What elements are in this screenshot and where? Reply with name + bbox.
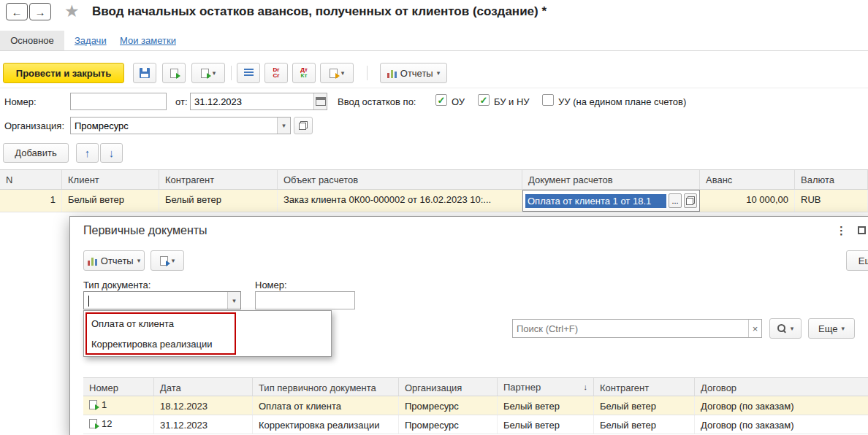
cell-contract[interactable]: Договор (по заказам) (695, 396, 868, 415)
cell-organization[interactable]: Промресурс (399, 396, 498, 415)
doc-type-input[interactable] (84, 292, 227, 309)
number-label: Номер: (4, 96, 37, 107)
number-input[interactable] (70, 93, 167, 110)
reports-label: Отчеты (400, 68, 433, 79)
post-document-button[interactable] (162, 63, 186, 83)
organization-dropdown-button[interactable]: ▾ (277, 118, 290, 134)
favorite-star-icon[interactable]: ★ (64, 1, 80, 21)
open-link-icon (299, 121, 308, 130)
cell-doc-type[interactable]: Корректировка реализации (253, 415, 399, 434)
column-header-n[interactable]: N (0, 170, 62, 189)
date-field (190, 93, 327, 110)
organization-label: Организация: (4, 120, 64, 131)
open-document-button[interactable] (684, 193, 697, 208)
document-list-button[interactable] (237, 63, 260, 83)
column-header-number[interactable]: Номер (83, 378, 154, 396)
close-icon: × (753, 323, 758, 334)
add-row-button[interactable]: Добавить (3, 143, 69, 163)
chevron-down-icon: ▾ (791, 325, 794, 332)
cell-partner[interactable]: Белый ветер (498, 415, 594, 434)
cell-doc-type[interactable]: Оплата от клиента (253, 396, 399, 415)
cell-date[interactable]: 18.12.2023 (154, 396, 253, 415)
column-header-currency[interactable]: Валюта (795, 170, 868, 189)
selected-text: Оплата от клиента 1 от 18.1 (525, 194, 666, 208)
cell-settlement-object[interactable]: Заказ клиента 0К00-000002 от 16.02.2023 … (278, 190, 522, 212)
column-header-partner[interactable]: Партнер↓ (498, 378, 594, 396)
dtkt-postings-button[interactable]: ДтКт (292, 63, 316, 83)
checkbox-bu-nu-label[interactable]: БУ и НУ (494, 96, 530, 107)
toolbar-separator (367, 66, 368, 80)
column-header-contract[interactable]: Договор (695, 378, 868, 396)
doc-type-dropdown-button[interactable]: ▾ (227, 292, 240, 309)
column-header-doc-type[interactable]: Тип первичного документа (253, 378, 399, 396)
cell-advance[interactable]: 10 000,00 (700, 190, 795, 212)
link-notes[interactable]: Мои заметки (120, 35, 176, 46)
chevron-down-icon: ▾ (437, 69, 441, 77)
dialog-more-icon[interactable]: ⋮ (836, 224, 847, 237)
dropdown-option-payment[interactable]: Оплата от клиента (91, 318, 174, 329)
dropdown-option-correction[interactable]: Корректировка реализации (91, 339, 212, 350)
cell-counterparty[interactable]: Белый ветер (594, 396, 695, 415)
cell-counterparty[interactable]: Белый ветер (159, 190, 278, 212)
forward-button[interactable]: → (29, 3, 51, 20)
cell-settlement-document[interactable]: Оплата от клиента 1 от 18.1 ... (522, 190, 700, 212)
checkbox-uu-label[interactable]: УУ (на едином плане счетов) (558, 96, 686, 107)
cell-partner[interactable]: Белый ветер (498, 396, 594, 415)
cell-currency[interactable]: RUB (795, 190, 868, 212)
cell-counterparty[interactable]: Белый ветер (594, 415, 695, 434)
doc-type-field: ▾ (83, 291, 241, 309)
date-input[interactable] (191, 93, 313, 109)
checkbox-ou[interactable]: ✓ (435, 94, 447, 106)
cell-organization[interactable]: Промресурс (399, 415, 498, 434)
search-button[interactable]: ▾ (769, 318, 802, 339)
cell-n[interactable]: 1 (0, 190, 62, 212)
doc-type-label: Тип документа: (83, 280, 151, 290)
back-button[interactable]: ← (6, 3, 28, 20)
registers-button[interactable]: ▾ (320, 63, 354, 83)
column-header-settlement-document[interactable]: Документ расчетов (522, 170, 700, 189)
dialog-export-button[interactable]: ▾ (151, 250, 184, 271)
open-link-icon (686, 196, 695, 205)
reports-button[interactable]: Отчеты▾ (380, 63, 447, 83)
dialog-maximize-icon[interactable] (858, 226, 866, 234)
post-and-close-button[interactable]: Провести и закрыть (3, 63, 124, 83)
dialog-table-row[interactable]: 12 31.12.2023 Корректировка реализации П… (83, 415, 868, 434)
drcr-postings-button[interactable]: DrCr (264, 63, 288, 83)
main-table-row[interactable]: 1 Белый ветер Белый ветер Заказ клиента … (0, 190, 868, 212)
checkbox-ou-label[interactable]: ОУ (452, 96, 465, 107)
organization-input[interactable] (71, 118, 277, 134)
search-input[interactable] (513, 320, 748, 337)
link-tasks[interactable]: Задачи (75, 35, 107, 46)
move-up-button[interactable]: ↑ (76, 143, 99, 163)
dialog-table-row[interactable]: 1 18.12.2023 Оплата от клиента Промресур… (83, 396, 868, 415)
cell-number[interactable]: 12 (83, 415, 154, 434)
dialog-number-input[interactable] (255, 291, 355, 309)
choose-button[interactable]: ... (669, 193, 682, 208)
cell-contract[interactable]: Договор (по заказам) (695, 415, 868, 434)
search-clear-button[interactable]: × (748, 320, 761, 337)
dialog-reports-button[interactable]: Отчеты▾ (83, 250, 145, 271)
organization-open-button[interactable] (294, 117, 313, 134)
column-header-counterparty[interactable]: Контрагент (159, 170, 278, 189)
save-button[interactable] (133, 63, 156, 83)
move-down-button[interactable]: ↓ (100, 143, 123, 163)
cell-date[interactable]: 31.12.2023 (154, 415, 253, 434)
arrow-down-icon: ↓ (109, 147, 115, 159)
chevron-down-icon: ▾ (232, 297, 236, 304)
checkbox-uu[interactable] (542, 94, 554, 106)
column-header-client[interactable]: Клиент (62, 170, 159, 189)
column-header-date[interactable]: Дата (154, 378, 253, 396)
column-header-organization[interactable]: Организация (399, 378, 498, 396)
checkbox-bu-nu[interactable]: ✓ (478, 94, 490, 106)
dialog-more-button[interactable]: Еще (846, 250, 868, 271)
column-header-counterparty[interactable]: Контрагент (594, 378, 695, 396)
tab-main[interactable]: Основное (0, 31, 64, 50)
calendar-button[interactable] (313, 93, 327, 109)
cell-client[interactable]: Белый ветер (62, 190, 159, 212)
cell-number[interactable]: 1 (83, 396, 154, 415)
partner-header-label: Партнер (503, 382, 541, 393)
list-more-button[interactable]: Еще▾ (808, 318, 855, 339)
column-header-advance[interactable]: Аванс (700, 170, 795, 189)
create-based-on-button[interactable]: ▾ (191, 63, 225, 83)
column-header-settlement-object[interactable]: Объект расчетов (278, 170, 522, 189)
